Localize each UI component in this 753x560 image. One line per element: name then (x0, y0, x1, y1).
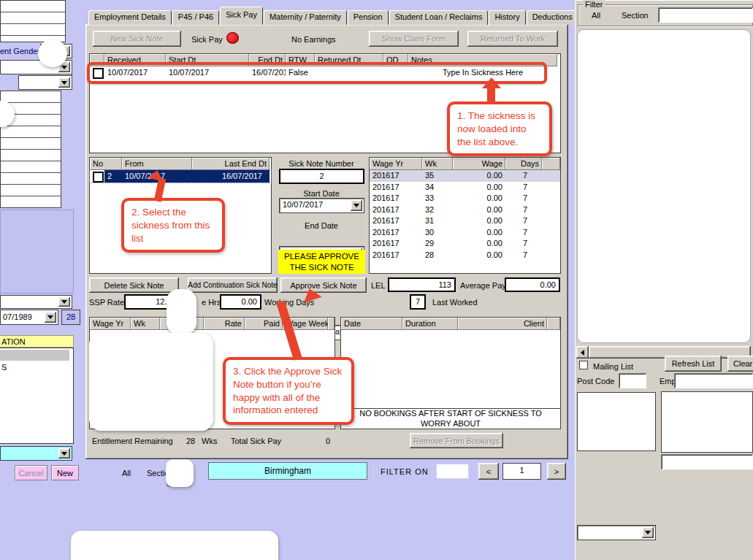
start-date-combobox[interactable]: 10/07/2017 (279, 198, 364, 213)
days-per-week-field[interactable]: 7 (410, 294, 426, 310)
callout-1: 1. The sickness is now loaded into the l… (447, 101, 552, 156)
column-header[interactable]: Rate (204, 318, 245, 330)
chevron-down-icon[interactable] (58, 448, 70, 459)
column-header[interactable]: Wage Yr (370, 158, 422, 170)
column-header[interactable]: Wage (453, 158, 505, 170)
next-page-button[interactable]: > (547, 463, 566, 480)
approve-sick-note-button[interactable]: Approve Sick Note (280, 277, 367, 293)
column-header[interactable]: Paid (245, 318, 283, 330)
average-pay-label: Average Pay (460, 281, 506, 291)
birth-date-field[interactable]: 07/1989 (0, 310, 58, 325)
total-sick-pay-value: 0 (326, 437, 330, 446)
left-combobox-4[interactable] (0, 295, 72, 309)
column-header[interactable]: Last End Dt (192, 158, 270, 170)
filter-on-field[interactable] (436, 464, 469, 479)
filter-groupbox-label: Filter (583, 0, 605, 9)
cancel-button[interactable]: Cancel (15, 465, 47, 480)
row-checkbox[interactable] (93, 172, 104, 183)
annotation-arrow (487, 87, 495, 104)
sickness-selection-row[interactable]: 210/07/201716/07/2017 (90, 170, 271, 183)
post-code-list[interactable] (577, 392, 656, 451)
new-sick-note-button[interactable]: New Sick Note (93, 31, 181, 47)
wage-week-row[interactable]: 201617290.007 (370, 238, 560, 250)
column-header[interactable]: No (90, 158, 122, 170)
left-form-fields[interactable] (0, 0, 66, 42)
prev-page-button[interactable]: < (478, 463, 499, 480)
application-window: ent Gender: 07/1989 28 ATION S Employmen… (0, 0, 753, 560)
panel-filter-input[interactable] (658, 7, 753, 23)
wage-week-row[interactable]: 201617340.007 (370, 182, 560, 193)
lel-field[interactable]: 113 (388, 277, 456, 292)
tab-pension[interactable]: Pension (348, 10, 389, 25)
column-header[interactable]: Days (505, 158, 542, 170)
wage-week-row[interactable]: 201617300.007 (370, 227, 560, 239)
remove-from-bookings-button[interactable]: Remove From Bookings (410, 433, 503, 448)
wage-week-row[interactable]: 201617320.007 (370, 204, 560, 216)
emp-input[interactable] (674, 373, 753, 388)
chevron-down-icon[interactable] (58, 77, 70, 88)
column-header[interactable] (547, 318, 560, 330)
emp-list[interactable] (661, 391, 753, 453)
clear-filter-button[interactable]: Clear F (727, 356, 753, 372)
tab-employment-details[interactable]: Employment Details (88, 10, 172, 25)
left-list[interactable]: S (0, 348, 74, 444)
chevron-down-icon[interactable] (45, 312, 56, 323)
panel-section-label: Section (622, 11, 649, 20)
column-header[interactable] (542, 158, 560, 170)
page-number-field[interactable]: 1 (502, 463, 541, 480)
tab-deductions[interactable]: Deductions (527, 10, 578, 25)
scroll-left-icon[interactable] (576, 346, 589, 358)
tab-student-loan-reclaims[interactable]: Student Loan / Reclaims (389, 10, 489, 25)
left-cyan-combobox[interactable] (0, 446, 72, 461)
section-list[interactable] (577, 29, 751, 343)
delete-sick-note-button[interactable]: Delete Sick Note (89, 277, 179, 293)
wage-week-row[interactable]: 201617280.007 (370, 250, 560, 261)
wage-week-row[interactable]: 201617330.007 (370, 193, 560, 204)
tab-strip: Employment DetailsP45 / P46Sick PayMater… (88, 9, 579, 25)
bottom-input[interactable] (661, 454, 753, 469)
list-selected-row[interactable] (0, 350, 69, 361)
section-header: ATION (0, 335, 74, 348)
column-header[interactable]: Client (458, 318, 547, 330)
tab-p45-p46[interactable]: P45 / P46 (172, 10, 219, 25)
wage-weeks-table[interactable]: Wage YrWkWageDays 201617350.007201617340… (369, 157, 561, 274)
left-combobox-3[interactable] (18, 75, 72, 90)
column-header[interactable]: Wk (422, 158, 453, 170)
end-date-label: End Date (276, 221, 367, 231)
add-continuation-sick-note-button[interactable]: Add Continuation Sick Note (188, 277, 278, 293)
refresh-list-button[interactable]: Refresh List (665, 356, 722, 372)
column-header[interactable]: Wk (131, 318, 160, 330)
chevron-down-icon[interactable] (58, 297, 70, 307)
column-header[interactable]: Duration (402, 318, 458, 330)
column-header[interactable]: Date (341, 318, 402, 330)
wage-week-row[interactable]: 201617350.007 (370, 170, 560, 182)
birth-date-value: 07/1989 (3, 312, 32, 321)
callout-3: 3. Click the Approve Sick Note button if… (223, 357, 354, 425)
returned-to-work-button[interactable]: Returned To Work (467, 31, 558, 47)
mailing-list-checkbox[interactable] (579, 361, 588, 369)
sick-note-number-field[interactable]: 2 (279, 169, 364, 184)
post-code-input[interactable] (619, 373, 646, 388)
tab-sick-pay[interactable]: Sick Pay (220, 7, 263, 25)
wage-week-row[interactable]: 201617310.007 (370, 215, 560, 227)
chevron-down-icon[interactable] (642, 527, 654, 538)
tab-history[interactable]: History (489, 10, 525, 25)
status-red-icon (226, 32, 239, 44)
start-date-value: 10/07/2017 (283, 200, 323, 209)
bookings-table[interactable]: DateDurationClient NO BOOKINGS AFTER STA… (340, 317, 561, 429)
chevron-down-icon[interactable] (351, 200, 362, 211)
tab-maternity-paternity[interactable]: Maternity / Paternity (264, 10, 347, 25)
sick-note-number-label: Sick Note Number (276, 159, 367, 169)
new-button[interactable]: New (51, 465, 79, 480)
average-pay-field[interactable]: 0.00 (505, 277, 560, 292)
approve-notice: PLEASE APPROVE THE SICK NOTE (278, 250, 365, 274)
column-header[interactable]: From (122, 158, 192, 170)
list-item[interactable]: S (0, 361, 73, 372)
column-header[interactable] (328, 318, 335, 330)
hrs-label: e Hrs (202, 298, 221, 307)
last-worked-label: Last Worked (432, 298, 478, 307)
show-claim-form-button[interactable]: Show Claim Form (369, 31, 459, 47)
column-header[interactable]: Wage Yr (90, 318, 131, 330)
bottom-combobox[interactable] (577, 525, 656, 540)
hrs-field[interactable]: 0.00 (220, 294, 261, 310)
